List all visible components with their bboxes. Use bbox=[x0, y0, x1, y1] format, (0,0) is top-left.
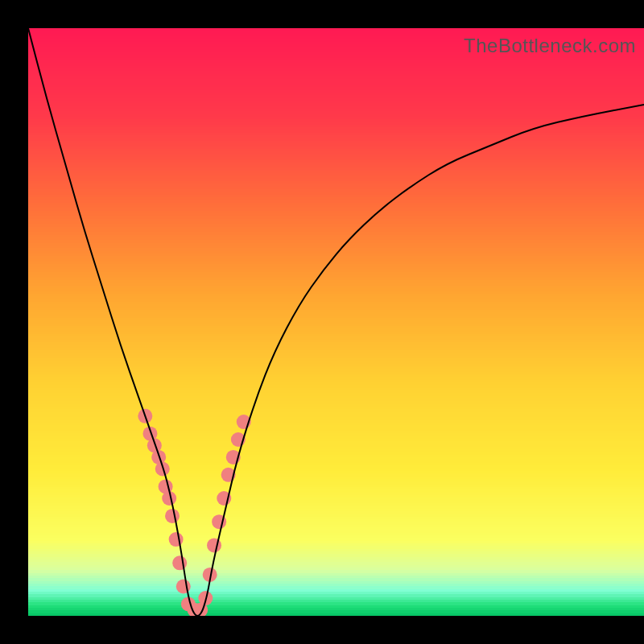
plot-area: TheBottleneck.com bbox=[28, 28, 644, 616]
highlight-dot bbox=[176, 580, 191, 594]
chart-container: TheBottleneck.com bbox=[0, 0, 644, 644]
highlight-dot bbox=[207, 538, 221, 552]
bottleneck-curve bbox=[28, 28, 644, 616]
highlight-dot bbox=[165, 509, 180, 523]
curve-layer bbox=[28, 28, 644, 616]
highlight-dot bbox=[172, 555, 187, 570]
highlight-dot bbox=[169, 532, 184, 547]
watermark-text: TheBottleneck.com bbox=[464, 35, 636, 57]
